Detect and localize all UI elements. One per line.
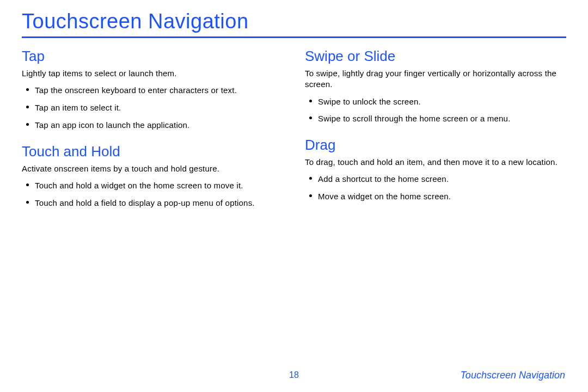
list-item: Tap an item to select it. (24, 102, 283, 114)
section-heading-tap: Tap (22, 48, 283, 65)
left-column: Tap Lightly tap items to select or launc… (22, 44, 283, 220)
page-footer: 18 Touchscreen Navigation (0, 370, 588, 380)
section-intro: Activate onscreen items by a touch and h… (22, 163, 283, 174)
section-heading-swipe: Swipe or Slide (305, 48, 566, 65)
section-touch-hold: Touch and Hold Activate onscreen items b… (22, 143, 283, 209)
list-item: Touch and hold a field to display a pop-… (24, 197, 283, 209)
list-item: Swipe to scroll through the home screen … (307, 113, 566, 125)
section-heading-drag: Drag (305, 137, 566, 154)
bullet-list: Add a shortcut to the home screen. Move … (305, 173, 566, 203)
content-columns: Tap Lightly tap items to select or launc… (22, 44, 566, 220)
list-item: Tap an app icon to launch the applicatio… (24, 119, 283, 131)
list-item: Move a widget on the home screen. (307, 191, 566, 203)
section-drag: Drag To drag, touch and hold an item, an… (305, 137, 566, 203)
section-intro: To drag, touch and hold an item, and the… (305, 157, 566, 168)
section-heading-touch-hold: Touch and Hold (22, 143, 283, 160)
list-item: Tap the onscreen keyboard to enter chara… (24, 84, 283, 96)
list-item: Swipe to unlock the screen. (307, 96, 566, 108)
bullet-list: Tap the onscreen keyboard to enter chara… (22, 84, 283, 131)
bullet-list: Touch and hold a widget on the home scre… (22, 180, 283, 209)
list-item: Touch and hold a widget on the home scre… (24, 180, 283, 192)
page-number: 18 (289, 370, 299, 380)
right-column: Swipe or Slide To swipe, lightly drag yo… (305, 44, 566, 220)
section-tap: Tap Lightly tap items to select or launc… (22, 48, 283, 131)
section-swipe: Swipe or Slide To swipe, lightly drag yo… (305, 48, 566, 125)
section-intro: To swipe, lightly drag your finger verti… (305, 68, 566, 90)
section-intro: Lightly tap items to select or launch th… (22, 68, 283, 79)
bullet-list: Swipe to unlock the screen. Swipe to scr… (305, 96, 566, 125)
page-title: Touchscreen Navigation (22, 10, 566, 38)
list-item: Add a shortcut to the home screen. (307, 173, 566, 185)
footer-section-label: Touchscreen Navigation (461, 370, 565, 381)
